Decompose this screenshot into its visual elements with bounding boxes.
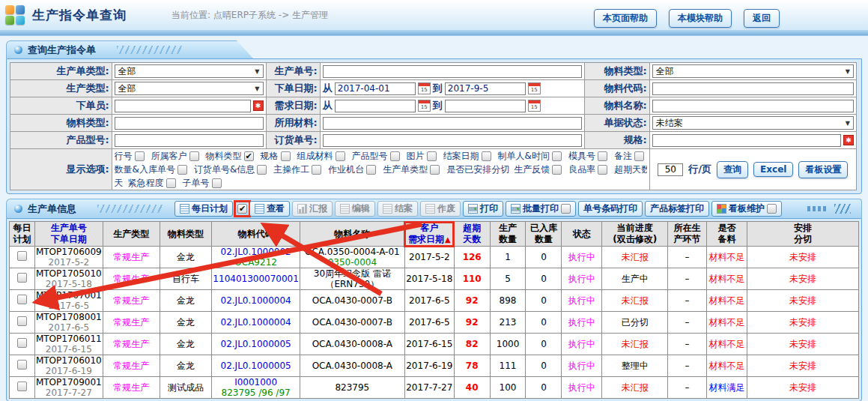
column-header-arrange[interactable]: 安排分切 (747, 222, 858, 247)
column-header-prod_type[interactable]: 生产类型 (103, 222, 160, 247)
query-panel: 查询生产指令单 生产单类型:全部▼生产单号:物料类型:全部▼生产类型:全部▼下单… (6, 40, 862, 194)
barcode-print-button[interactable]: 单号条码打印 (578, 201, 643, 217)
production-order-no-input[interactable] (323, 65, 583, 78)
option-checkbox[interactable] (482, 151, 491, 161)
material-code-input[interactable] (652, 82, 854, 95)
batch-print-button-checkbox[interactable] (561, 204, 571, 214)
field-cell (649, 97, 856, 115)
material-name-line: OCA.0430-0008-A (301, 339, 404, 349)
daily-plan-checkbox[interactable]: ✔ (237, 204, 247, 214)
cell-mat_type: 金龙 (160, 247, 212, 268)
print-button[interactable]: 打印 (463, 201, 503, 217)
demand-date-range-to-input[interactable] (445, 100, 526, 112)
option-checkbox[interactable]: ✔ (244, 151, 254, 161)
row-select-checkbox[interactable] (17, 382, 27, 391)
column-header-mat_code[interactable]: 物料代码 (212, 222, 300, 247)
option-checkbox[interactable] (366, 165, 376, 175)
option-checkbox[interactable] (430, 165, 440, 175)
spec-input[interactable] (652, 134, 841, 147)
doc-status-select[interactable]: 未结案▼ (652, 116, 854, 130)
option-checkbox[interactable] (189, 151, 199, 161)
column-header-cust_date[interactable]: 客户需求日期▲ (404, 222, 454, 247)
product-label-print-button[interactable]: 产品标签打印 (645, 201, 709, 217)
column-header-mat_name[interactable]: 物料名称 (300, 222, 404, 247)
header-bar-decoration (807, 204, 861, 214)
used-material-input[interactable] (323, 117, 583, 130)
option-checkbox[interactable] (135, 151, 145, 161)
spec-input-label: 规格: (585, 132, 649, 149)
search-button[interactable]: 查询 (717, 161, 748, 178)
calendar-icon[interactable] (528, 82, 541, 94)
column-header-prep[interactable]: 是否备料 (706, 222, 747, 247)
row-select-checkbox[interactable] (17, 295, 27, 304)
column-header-overdue[interactable]: 超期天数 (454, 222, 490, 247)
option-checkbox[interactable] (598, 151, 607, 161)
option-text: 是否已安排分切 (446, 163, 509, 176)
view-icon (255, 204, 264, 214)
column-header-progress[interactable]: 当前进度(双击修改) (602, 222, 668, 247)
option-checkbox[interactable] (552, 151, 562, 161)
row-select-checkbox[interactable] (17, 338, 27, 348)
demand-date-range-from-input[interactable] (335, 100, 416, 112)
option-checkbox[interactable] (390, 151, 400, 161)
page-size-input[interactable]: 50 (658, 163, 683, 176)
column-header-mat_type[interactable]: 物料类型 (160, 222, 212, 247)
order-number: MTOP1705010 (36, 268, 102, 279)
order-clerk-input-picker-icon[interactable]: ✱ (253, 100, 264, 111)
option-checkbox[interactable] (598, 165, 607, 175)
option-checkbox[interactable] (312, 165, 321, 175)
row-select-checkbox[interactable] (17, 360, 27, 370)
column-header-stage[interactable]: 所在生产环节 (668, 222, 707, 247)
product-model-input[interactable] (115, 134, 264, 147)
view-button[interactable]: 查看 (249, 201, 290, 217)
row-select-checkbox[interactable] (17, 316, 27, 326)
page-help-button[interactable]: 本页面帮助 (594, 9, 657, 28)
board-settings-button[interactable]: 看板设置 (798, 161, 848, 178)
column-header-in_qty[interactable]: 已入库数量 (526, 222, 562, 247)
column-header-daily[interactable]: 每日计划 (10, 222, 35, 247)
batch-print-button[interactable]: 批量打印 (506, 201, 576, 217)
cell-prod_type: 常规生产 (103, 290, 160, 312)
module-help-button[interactable]: 本模块帮助 (669, 9, 732, 28)
order-number: MTOP1708001 (36, 312, 102, 322)
option-checkbox[interactable] (257, 165, 267, 175)
void-icon (425, 204, 435, 214)
production-type-select[interactable]: 全部▼ (115, 82, 264, 95)
board-maintain-button[interactable]: 看板维护 (711, 201, 782, 217)
calendar-icon[interactable] (528, 100, 541, 112)
order-date-range-from-input[interactable]: 2017-04-01 (335, 82, 416, 95)
daily-plan-button[interactable]: 每日计划 (174, 201, 233, 217)
option-订货单号&信息: 订货单号&信息 (194, 163, 267, 176)
option-checkbox[interactable] (166, 178, 176, 188)
option-checkbox[interactable] (281, 151, 291, 161)
cell-value: 213 (491, 317, 525, 328)
field-cell: 未结案▼ (649, 115, 856, 132)
order-date-range-to-input[interactable]: 2017-9-5 (445, 82, 526, 95)
option-checkbox[interactable] (552, 165, 562, 175)
material-name-input[interactable] (652, 100, 854, 112)
excel-button[interactable]: Excel (753, 162, 793, 177)
material-type-select[interactable]: 全部▼ (652, 64, 854, 78)
option-checkbox[interactable] (177, 165, 187, 175)
column-header-status[interactable]: 状态 (562, 222, 602, 247)
purchase-order-no-input[interactable] (323, 134, 583, 147)
cell-qty: 111 (490, 355, 526, 377)
cell-value: 测试成品 (161, 382, 211, 393)
material-type-input[interactable] (115, 117, 264, 130)
row-select-checkbox[interactable] (17, 251, 27, 261)
order-clerk-input[interactable] (115, 100, 251, 112)
row-select-checkbox[interactable] (17, 273, 27, 283)
column-header-order_no[interactable]: 生产单号下单日期 (34, 222, 103, 247)
option-checkbox[interactable] (634, 151, 644, 161)
board-maintain-button-checkbox[interactable] (767, 204, 777, 214)
option-生产反馈: 生产反馈 (514, 163, 562, 176)
production-order-type-select[interactable]: 全部▼ (115, 64, 264, 78)
calendar-icon[interactable] (418, 100, 431, 112)
column-header-qty[interactable]: 生产数量 (490, 222, 526, 247)
option-checkbox[interactable] (427, 151, 437, 161)
calendar-icon[interactable] (418, 82, 431, 94)
spec-input-picker-icon[interactable]: ✱ (843, 135, 854, 145)
option-checkbox[interactable] (336, 151, 345, 161)
field-cell (112, 115, 266, 132)
option-checkbox[interactable] (212, 178, 222, 188)
